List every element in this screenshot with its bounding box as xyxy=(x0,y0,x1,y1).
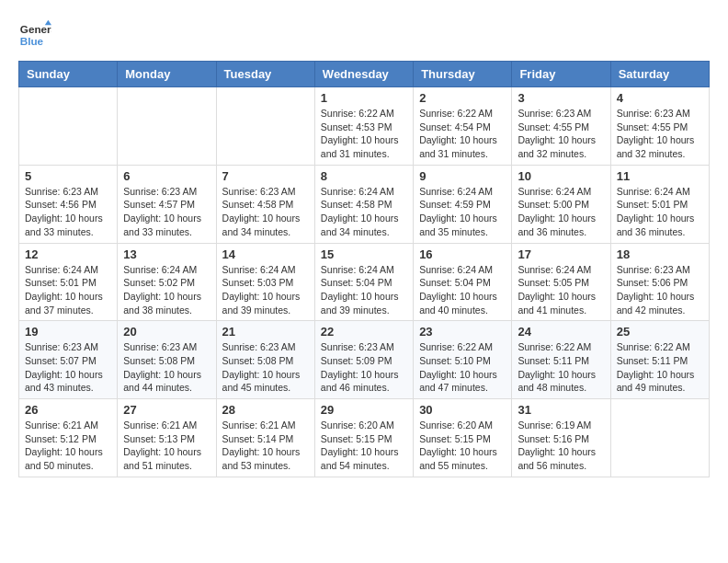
day-info: Sunrise: 6:24 AMSunset: 4:59 PMDaylight:… xyxy=(419,185,506,239)
day-info: Sunrise: 6:23 AMSunset: 5:07 PMDaylight:… xyxy=(25,340,111,395)
day-number: 2 xyxy=(419,91,506,105)
day-info: Sunrise: 6:24 AMSunset: 5:01 PMDaylight:… xyxy=(617,185,703,239)
day-number: 17 xyxy=(518,247,604,261)
day-info: Sunrise: 6:21 AMSunset: 5:14 PMDaylight:… xyxy=(222,419,309,473)
calendar-cell: 16Sunrise: 6:24 AMSunset: 5:04 PMDayligh… xyxy=(414,243,512,321)
day-number: 9 xyxy=(419,169,506,183)
day-number: 26 xyxy=(25,403,111,417)
calendar-week-row: 26Sunrise: 6:21 AMSunset: 5:12 PMDayligh… xyxy=(19,399,710,477)
calendar-week-row: 1Sunrise: 6:22 AMSunset: 4:53 PMDaylight… xyxy=(19,87,710,166)
day-number: 29 xyxy=(321,403,407,417)
calendar-cell: 27Sunrise: 6:21 AMSunset: 5:13 PMDayligh… xyxy=(118,399,216,477)
calendar-cell: 22Sunrise: 6:23 AMSunset: 5:09 PMDayligh… xyxy=(314,321,413,399)
day-info: Sunrise: 6:22 AMSunset: 4:54 PMDaylight:… xyxy=(419,107,506,161)
calendar-cell: 2Sunrise: 6:22 AMSunset: 4:54 PMDaylight… xyxy=(414,87,512,166)
day-number: 28 xyxy=(222,403,309,417)
calendar-cell: 30Sunrise: 6:20 AMSunset: 5:15 PMDayligh… xyxy=(414,399,512,477)
day-info: Sunrise: 6:23 AMSunset: 5:09 PMDaylight:… xyxy=(321,340,407,395)
day-number: 3 xyxy=(518,91,604,105)
day-info: Sunrise: 6:24 AMSunset: 5:02 PMDaylight:… xyxy=(123,263,210,317)
calendar-cell: 6Sunrise: 6:23 AMSunset: 4:57 PMDaylight… xyxy=(118,165,216,243)
day-header-tuesday: Tuesday xyxy=(216,62,314,87)
calendar-cell: 10Sunrise: 6:24 AMSunset: 5:00 PMDayligh… xyxy=(512,165,610,243)
day-number: 16 xyxy=(419,247,506,261)
calendar-cell: 4Sunrise: 6:23 AMSunset: 4:55 PMDaylight… xyxy=(610,87,709,166)
calendar-week-row: 12Sunrise: 6:24 AMSunset: 5:01 PMDayligh… xyxy=(19,243,710,321)
day-header-monday: Monday xyxy=(118,62,216,87)
day-number: 4 xyxy=(617,91,703,105)
calendar-cell: 12Sunrise: 6:24 AMSunset: 5:01 PMDayligh… xyxy=(19,243,118,321)
calendar-cell: 23Sunrise: 6:22 AMSunset: 5:10 PMDayligh… xyxy=(414,321,512,399)
day-info: Sunrise: 6:21 AMSunset: 5:13 PMDaylight:… xyxy=(123,419,210,473)
day-info: Sunrise: 6:22 AMSunset: 4:53 PMDaylight:… xyxy=(321,107,407,161)
day-info: Sunrise: 6:24 AMSunset: 5:00 PMDaylight:… xyxy=(518,185,604,239)
calendar-cell: 24Sunrise: 6:22 AMSunset: 5:11 PMDayligh… xyxy=(512,321,610,399)
calendar-cell: 25Sunrise: 6:22 AMSunset: 5:11 PMDayligh… xyxy=(610,321,709,399)
day-info: Sunrise: 6:21 AMSunset: 5:12 PMDaylight:… xyxy=(25,419,111,473)
day-number: 23 xyxy=(419,325,506,339)
calendar-cell xyxy=(19,87,118,166)
day-info: Sunrise: 6:24 AMSunset: 5:03 PMDaylight:… xyxy=(222,263,309,317)
day-number: 6 xyxy=(123,169,210,183)
day-number: 15 xyxy=(321,247,407,261)
day-info: Sunrise: 6:23 AMSunset: 5:08 PMDaylight:… xyxy=(222,340,309,395)
day-header-friday: Friday xyxy=(512,62,610,87)
day-number: 14 xyxy=(222,247,309,261)
calendar-cell: 7Sunrise: 6:23 AMSunset: 4:58 PMDaylight… xyxy=(216,165,314,243)
day-number: 27 xyxy=(123,403,210,417)
day-number: 30 xyxy=(419,403,506,417)
day-number: 12 xyxy=(25,247,111,261)
day-info: Sunrise: 6:24 AMSunset: 5:04 PMDaylight:… xyxy=(419,263,506,317)
calendar-cell: 19Sunrise: 6:23 AMSunset: 5:07 PMDayligh… xyxy=(19,321,118,399)
calendar-cell: 21Sunrise: 6:23 AMSunset: 5:08 PMDayligh… xyxy=(216,321,314,399)
day-info: Sunrise: 6:23 AMSunset: 5:08 PMDaylight:… xyxy=(123,340,210,395)
calendar-cell: 26Sunrise: 6:21 AMSunset: 5:12 PMDayligh… xyxy=(19,399,118,477)
calendar-cell xyxy=(118,87,216,166)
day-info: Sunrise: 6:20 AMSunset: 5:15 PMDaylight:… xyxy=(419,419,506,473)
day-number: 8 xyxy=(321,169,407,183)
day-info: Sunrise: 6:23 AMSunset: 4:55 PMDaylight:… xyxy=(617,107,703,161)
day-number: 5 xyxy=(25,169,111,183)
calendar-cell: 3Sunrise: 6:23 AMSunset: 4:55 PMDaylight… xyxy=(512,87,610,166)
calendar-cell: 5Sunrise: 6:23 AMSunset: 4:56 PMDaylight… xyxy=(19,165,118,243)
calendar-cell: 11Sunrise: 6:24 AMSunset: 5:01 PMDayligh… xyxy=(610,165,709,243)
day-number: 19 xyxy=(25,325,111,339)
day-info: Sunrise: 6:24 AMSunset: 5:01 PMDaylight:… xyxy=(25,263,111,317)
day-number: 20 xyxy=(123,325,210,339)
calendar-cell: 1Sunrise: 6:22 AMSunset: 4:53 PMDaylight… xyxy=(314,87,413,166)
day-header-wednesday: Wednesday xyxy=(314,62,413,87)
day-info: Sunrise: 6:24 AMSunset: 5:04 PMDaylight:… xyxy=(321,263,407,317)
day-number: 11 xyxy=(617,169,703,183)
day-info: Sunrise: 6:23 AMSunset: 4:57 PMDaylight:… xyxy=(123,185,210,239)
day-number: 31 xyxy=(518,403,604,417)
calendar-cell: 17Sunrise: 6:24 AMSunset: 5:05 PMDayligh… xyxy=(512,243,610,321)
logo-icon: General Blue xyxy=(18,18,51,52)
calendar-cell: 9Sunrise: 6:24 AMSunset: 4:59 PMDaylight… xyxy=(414,165,512,243)
day-info: Sunrise: 6:24 AMSunset: 4:58 PMDaylight:… xyxy=(321,185,407,239)
calendar-cell: 28Sunrise: 6:21 AMSunset: 5:14 PMDayligh… xyxy=(216,399,314,477)
svg-text:Blue: Blue xyxy=(20,35,44,47)
day-number: 25 xyxy=(617,325,703,339)
calendar-cell xyxy=(216,87,314,166)
day-info: Sunrise: 6:20 AMSunset: 5:15 PMDaylight:… xyxy=(321,419,407,473)
day-info: Sunrise: 6:22 AMSunset: 5:11 PMDaylight:… xyxy=(518,340,604,395)
day-number: 10 xyxy=(518,169,604,183)
calendar-cell: 18Sunrise: 6:23 AMSunset: 5:06 PMDayligh… xyxy=(610,243,709,321)
day-header-thursday: Thursday xyxy=(414,62,512,87)
day-info: Sunrise: 6:19 AMSunset: 5:16 PMDaylight:… xyxy=(518,419,604,473)
day-info: Sunrise: 6:23 AMSunset: 5:06 PMDaylight:… xyxy=(617,263,703,317)
calendar-week-row: 5Sunrise: 6:23 AMSunset: 4:56 PMDaylight… xyxy=(19,165,710,243)
calendar-cell: 14Sunrise: 6:24 AMSunset: 5:03 PMDayligh… xyxy=(216,243,314,321)
calendar-week-row: 19Sunrise: 6:23 AMSunset: 5:07 PMDayligh… xyxy=(19,321,710,399)
day-header-saturday: Saturday xyxy=(610,62,709,87)
calendar: SundayMondayTuesdayWednesdayThursdayFrid… xyxy=(18,61,710,477)
calendar-cell xyxy=(610,399,709,477)
calendar-cell: 31Sunrise: 6:19 AMSunset: 5:16 PMDayligh… xyxy=(512,399,610,477)
day-number: 1 xyxy=(321,91,407,105)
day-info: Sunrise: 6:23 AMSunset: 4:58 PMDaylight:… xyxy=(222,185,309,239)
day-info: Sunrise: 6:23 AMSunset: 4:55 PMDaylight:… xyxy=(518,107,604,161)
day-number: 21 xyxy=(222,325,309,339)
day-number: 13 xyxy=(123,247,210,261)
day-info: Sunrise: 6:24 AMSunset: 5:05 PMDaylight:… xyxy=(518,263,604,317)
day-number: 22 xyxy=(321,325,407,339)
